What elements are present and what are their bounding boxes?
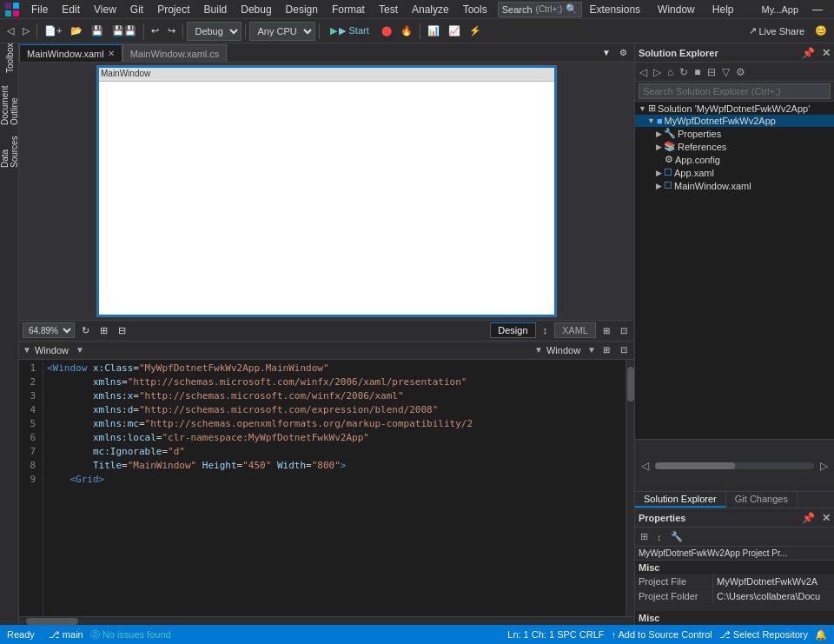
design-tab-button[interactable]: Design xyxy=(490,322,535,338)
code-text[interactable]: <Window x:Class="MyWpfDotnetFwkWv2App.Ma… xyxy=(43,360,626,617)
menu-extensions[interactable]: Extensions xyxy=(582,2,647,17)
refresh-button[interactable]: ↻ xyxy=(78,321,93,340)
status-no-issues[interactable]: ⓪ No issues found xyxy=(90,628,171,641)
se-refresh-btn[interactable]: ↻ xyxy=(677,63,691,81)
menu-build[interactable]: Build xyxy=(197,2,235,17)
menu-format[interactable]: Format xyxy=(325,2,372,17)
props-wrench-btn[interactable]: 🔧 xyxy=(667,531,686,542)
sidebar-doc-outline[interactable]: Document Outline xyxy=(2,97,17,113)
se-project-item[interactable]: ▼ ■ MyWpfDotnetFwkWv2App xyxy=(635,115,834,127)
status-branch[interactable]: ⎇ main xyxy=(49,629,83,641)
perf-button[interactable]: ⚡ xyxy=(466,22,485,41)
redo-button[interactable]: ↪ xyxy=(164,22,179,41)
props-pin-icon[interactable]: 📌 xyxy=(802,512,815,524)
live-share-button[interactable]: ↗ Live Share xyxy=(744,23,810,38)
menu-file[interactable]: File xyxy=(24,2,55,17)
cpu-select[interactable]: Any CPU xyxy=(249,22,315,41)
se-forward-btn[interactable]: ▷ xyxy=(651,63,664,81)
back-button[interactable]: ◁ xyxy=(3,22,17,41)
hscroll-thumb[interactable] xyxy=(26,618,78,625)
maximize-button[interactable]: □ xyxy=(830,0,834,19)
menu-edit[interactable]: Edit xyxy=(55,2,87,17)
sidebar-toolbox[interactable]: Toolbox xyxy=(2,50,17,66)
xaml-tab-button[interactable]: XAML xyxy=(554,322,596,338)
se-appxaml-item[interactable]: ▶ ☐ App.xaml xyxy=(635,166,834,179)
toggle-arrow-button[interactable]: ↕ xyxy=(539,321,552,340)
sidebar-data-sources[interactable]: Data Sources xyxy=(2,144,17,160)
editor-hscroll[interactable] xyxy=(19,616,634,625)
start-button[interactable]: ▶ ▶ Start xyxy=(323,22,375,41)
tab-git-changes[interactable]: Git Changes xyxy=(726,492,798,508)
code-expand-button[interactable]: ⊞ xyxy=(599,341,613,360)
se-home-btn[interactable]: ⌂ xyxy=(665,63,676,81)
se-collapse-btn[interactable]: ⊟ xyxy=(705,63,718,81)
undo-button[interactable]: ↩ xyxy=(148,22,162,41)
se-stop-btn[interactable]: ■ xyxy=(692,63,703,81)
props-sort-btn[interactable]: ↕ xyxy=(653,532,665,542)
se-close-icon[interactable]: ✕ xyxy=(822,47,831,59)
status-source-control[interactable]: ↑ Add to Source Control xyxy=(612,629,712,640)
se-settings-btn[interactable]: ⚙ xyxy=(733,63,748,81)
se-scroll-left[interactable]: ◁ xyxy=(639,457,652,475)
save-button[interactable]: 💾 xyxy=(88,22,107,41)
open-button[interactable]: 📂 xyxy=(67,22,86,41)
tab-close-all-button[interactable]: ⚙ xyxy=(616,43,631,62)
code-collapse-button[interactable]: ⊡ xyxy=(617,341,631,360)
tab-mainwindow-cs[interactable]: MainWindow.xaml.cs xyxy=(122,44,228,62)
share-icon: ↗ xyxy=(749,25,757,37)
minimize-button[interactable]: — xyxy=(807,0,828,19)
code-panel-dropdown-left[interactable]: ▼ xyxy=(76,345,84,355)
tab-solution-explorer[interactable]: Solution Explorer xyxy=(635,492,726,508)
menu-tools[interactable]: Tools xyxy=(456,2,494,17)
zoom-select[interactable]: 64.89% xyxy=(23,322,75,338)
se-filter-btn[interactable]: ▽ xyxy=(719,63,732,81)
editor-vscroll[interactable] xyxy=(626,360,634,617)
props-header: Properties 📌 ✕ xyxy=(635,508,834,528)
tab-mainwindow-xaml[interactable]: MainWindow.xaml ✕ xyxy=(19,44,122,62)
se-hscroll-thumb[interactable] xyxy=(655,462,735,469)
status-select-repo[interactable]: ⎇ Select Repository xyxy=(719,629,808,641)
grid-button[interactable]: ⊞ xyxy=(96,321,111,340)
se-search-input[interactable] xyxy=(639,83,831,99)
menu-debug[interactable]: Debug xyxy=(234,2,278,17)
expand-button[interactable]: ⊞ xyxy=(599,321,613,340)
se-mainwindow-item[interactable]: ▶ ☐ MainWindow.xaml xyxy=(635,179,834,192)
props-grid-btn[interactable]: ⊞ xyxy=(637,531,652,542)
props-close-icon[interactable]: ✕ xyxy=(822,512,831,524)
menu-test[interactable]: Test xyxy=(372,2,405,17)
save-all-button[interactable]: 💾💾 xyxy=(109,22,140,41)
se-pin-icon[interactable]: 📌 xyxy=(802,47,815,59)
se-properties-item[interactable]: ▶ 🔧 Properties xyxy=(635,127,834,140)
search-box[interactable]: Search (Ctrl+;) 🔍 xyxy=(498,2,583,17)
menu-design[interactable]: Design xyxy=(279,2,325,17)
feedback-button[interactable]: 😊 xyxy=(811,22,831,41)
tab-close-xaml[interactable]: ✕ xyxy=(108,49,115,58)
hot-reload-button[interactable]: 🔥 xyxy=(397,22,416,41)
new-project-button[interactable]: 📄+ xyxy=(41,22,65,41)
menu-analyze[interactable]: Analyze xyxy=(405,2,456,17)
attach-button[interactable]: ⬤ xyxy=(378,22,395,41)
menu-project[interactable]: Project xyxy=(150,2,196,17)
forward-button[interactable]: ▷ xyxy=(19,22,33,41)
menu-window[interactable]: Window xyxy=(651,2,702,17)
tab-list-button[interactable]: ▼ xyxy=(599,43,614,62)
profiler-button[interactable]: 📊 xyxy=(424,22,443,41)
se-appconfig-item[interactable]: ⚙ App.config xyxy=(635,153,834,166)
code-editor[interactable]: 1 2 3 4 5 6 7 8 9 <Window x:Class="MyWpf… xyxy=(19,360,634,617)
code-panel-dropdown-right[interactable]: ▼ xyxy=(587,345,596,355)
se-hscroll[interactable] xyxy=(655,462,814,469)
menu-view[interactable]: View xyxy=(87,2,123,17)
se-back-btn[interactable]: ◁ xyxy=(637,63,650,81)
se-solution-item[interactable]: ▼ ⊞ Solution 'MyWpfDotnetFwkWv2App' xyxy=(635,102,834,115)
se-references-item[interactable]: ▶ 📚 References xyxy=(635,140,834,153)
diag-button[interactable]: 📈 xyxy=(445,22,464,41)
se-scroll-right[interactable]: ▷ xyxy=(817,457,831,475)
menu-help[interactable]: Help xyxy=(705,2,741,17)
status-notification[interactable]: 🔔 xyxy=(815,629,827,641)
vscroll-thumb[interactable] xyxy=(627,367,634,402)
debug-mode-select[interactable]: Debug xyxy=(187,22,242,41)
se-header-label: Solution Explorer xyxy=(639,48,718,58)
snap-button[interactable]: ⊟ xyxy=(115,321,129,340)
menu-git[interactable]: Git xyxy=(123,2,150,17)
expand2-button[interactable]: ⊡ xyxy=(617,321,631,340)
